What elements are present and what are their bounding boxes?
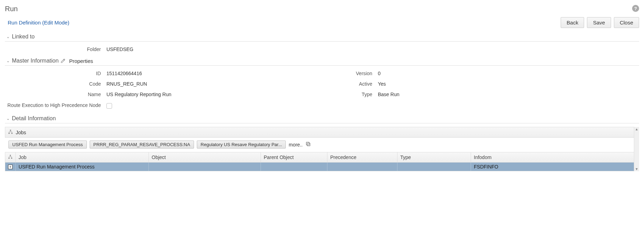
back-button[interactable]: Back	[561, 17, 584, 28]
more-link[interactable]: more..	[289, 142, 303, 148]
scroll-down-icon[interactable]: ▼	[635, 167, 638, 171]
section-master-info-subtitle: Properties	[69, 58, 93, 64]
cell-precedence	[327, 163, 397, 171]
type-value: Base Run	[378, 92, 544, 97]
col-type[interactable]: Type	[397, 152, 471, 162]
svg-rect-5	[10, 155, 11, 156]
page-title: Run	[5, 5, 18, 13]
col-object[interactable]: Object	[149, 152, 261, 162]
cell-object	[149, 163, 261, 171]
svg-rect-7	[11, 158, 12, 159]
name-label: Name	[5, 92, 103, 97]
close-button[interactable]: Close	[614, 17, 639, 28]
job-tag[interactable]: Regulatory US Resave Regulatory Par...	[197, 141, 286, 149]
cell-parent-object	[261, 163, 327, 171]
expand-icon[interactable]: +	[8, 165, 13, 169]
code-value: RNUS_REG_RUN	[106, 81, 273, 87]
col-job[interactable]: Job	[16, 152, 149, 162]
active-value: Yes	[378, 81, 544, 87]
jobs-grid: Job Object Parent Object Precedence Type…	[5, 152, 639, 171]
col-precedence[interactable]: Precedence	[327, 152, 397, 162]
name-value: US Regulatory Reporting Run	[106, 92, 273, 97]
svg-rect-2	[11, 133, 13, 134]
id-value: 1511420664416	[106, 71, 273, 76]
copy-icon[interactable]	[305, 141, 311, 148]
section-detail-title: Detail Information	[12, 115, 56, 122]
folder-label: Folder	[5, 46, 103, 52]
version-value: 0	[378, 71, 544, 76]
svg-rect-0	[10, 130, 11, 131]
folder-value: USFEDSEG	[106, 46, 273, 52]
route-checkbox[interactable]	[106, 103, 112, 109]
mode-label: Run Definition (Edit Mode)	[8, 20, 69, 26]
table-row[interactable]: + USFED Run Management Process FSDFINFO	[5, 163, 639, 171]
section-master-info-title: Master Information	[12, 58, 58, 64]
version-label: Version	[276, 71, 374, 76]
jobs-label: Jobs	[16, 130, 26, 135]
help-icon[interactable]: ?	[632, 5, 639, 12]
tree-column-icon[interactable]	[5, 152, 16, 162]
cell-job: USFED Run Management Process	[16, 163, 149, 171]
cell-infodom: FSDFINFO	[471, 163, 639, 171]
type-label: Type	[276, 92, 374, 97]
save-button[interactable]: Save	[587, 17, 611, 28]
job-tag[interactable]: USFED Run Management Process	[8, 141, 87, 149]
tree-icon[interactable]	[8, 129, 13, 135]
job-tag[interactable]: PRRR_REG_PARAM_RESAVE_PROCESS:NA	[90, 141, 194, 149]
scrollbar[interactable]: ▲ ▼	[634, 127, 639, 171]
col-parent-object[interactable]: Parent Object	[261, 152, 327, 162]
svg-rect-6	[8, 158, 9, 159]
chevron-down-icon[interactable]: ⌄	[6, 58, 10, 63]
svg-rect-1	[8, 133, 10, 134]
cell-type	[397, 163, 471, 171]
scroll-up-icon[interactable]: ▲	[635, 127, 638, 131]
edit-icon[interactable]	[61, 58, 65, 63]
svg-rect-3	[307, 143, 310, 146]
code-label: Code	[5, 81, 103, 87]
route-label: Route Execution to High Precedence Node	[5, 102, 103, 110]
chevron-down-icon[interactable]: ⌄	[6, 34, 10, 39]
section-linked-to-title: Linked to	[12, 34, 35, 40]
col-infodom[interactable]: Infodom	[471, 152, 639, 162]
id-label: ID	[5, 71, 103, 76]
chevron-down-icon[interactable]: ⌄	[6, 116, 10, 121]
active-label: Active	[276, 81, 374, 87]
svg-rect-4	[306, 142, 309, 145]
